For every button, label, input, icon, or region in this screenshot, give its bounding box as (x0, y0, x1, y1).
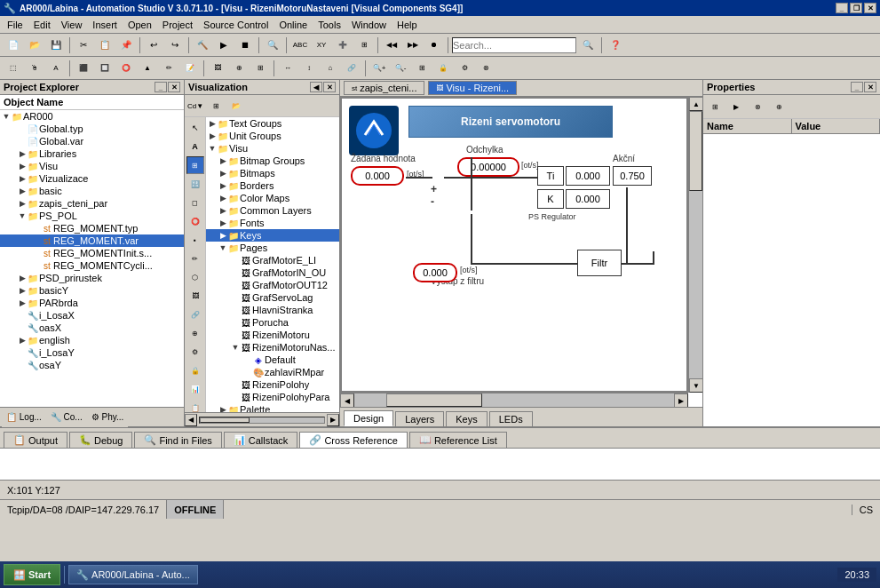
tab-keys[interactable]: Keys (446, 411, 487, 426)
tb2-btn-12[interactable]: ⊞ (250, 59, 270, 78)
viz-scroll-thumb[interactable] (200, 417, 250, 423)
viz-tree-grafmotore[interactable]: 🖼 GrafMotorE_LI (206, 254, 339, 266)
redo-button[interactable]: ↪ (165, 36, 185, 55)
hscroll-thumb[interactable] (386, 393, 482, 407)
viz-tool-10[interactable]: 🖼 (186, 287, 204, 305)
tree-item-vizualizace[interactable]: ▶ 📁 Vizualizace (0, 172, 184, 185)
mdi-tab-visu[interactable]: 🖼 Visu - Rizeni... (428, 81, 517, 95)
viz-tree-grafmotorin[interactable]: 🖼 GrafMotorIN_OU (206, 266, 339, 279)
canvas-inner[interactable]: Rizeni servomotoru Žádaná hodnota 0.000 … (340, 97, 702, 407)
project-explorer-close[interactable]: ✕ (168, 82, 180, 92)
viz-tool-5[interactable]: ◻ (186, 194, 204, 211)
menu-tools[interactable]: Tools (313, 18, 346, 32)
tb2-btn-14[interactable]: ↕ (299, 59, 319, 78)
viz-collapse[interactable]: ◀ (310, 82, 322, 92)
viz-scroll-left[interactable]: ◀ (185, 414, 197, 426)
viz-tree-borders[interactable]: ▶ 📁 Borders (206, 179, 339, 192)
tab-callstack[interactable]: 📊 Callstack (224, 432, 298, 448)
tb2-btn-2[interactable]: 🖱 (25, 59, 44, 78)
close-button[interactable]: ✕ (864, 3, 876, 13)
tree-item-zapis[interactable]: ▶ 📁 zapis_cteni_par (0, 197, 184, 210)
tree-item-parbrda[interactable]: ▶ 📁 PARbrda (0, 297, 184, 309)
expand-ar000[interactable]: ▼ (2, 112, 11, 121)
viz-tool-12[interactable]: ⊕ (186, 324, 204, 342)
input-ti[interactable]: 0.000 (566, 166, 610, 186)
taskbar-item-app[interactable]: 🔧 AR000/Labina - Auto... (68, 565, 198, 584)
viz-scroll-track[interactable] (199, 417, 325, 424)
viz-tree-visu-root[interactable]: ▼ 📁 Visu (206, 142, 339, 155)
viz-tool-7[interactable]: ▪ (186, 231, 204, 249)
viz-btn-1[interactable]: Cd▼ (186, 96, 205, 115)
canvas-hscroll[interactable]: ◀ ▶ (340, 393, 688, 407)
design-canvas[interactable]: Rizeni servomotoru Žádaná hodnota 0.000 … (342, 99, 686, 391)
menu-project[interactable]: Project (157, 18, 198, 32)
viz-btn-3[interactable]: 📂 (226, 96, 246, 115)
tab-cross-reference[interactable]: 🔗 Cross Reference (299, 432, 408, 448)
tb2-btn-1[interactable]: ⬚ (4, 59, 23, 78)
viz-tree-porucha[interactable]: 🖼 Porucha (206, 316, 339, 329)
viz-tree-hlavnistranka[interactable]: 🖼 HlavniStranka (206, 304, 339, 316)
tb2-btn-7[interactable]: ▲ (138, 59, 157, 78)
tree-item-reg-moment-var[interactable]: st REG_MOMENT.var (0, 234, 184, 247)
vscroll-down[interactable]: ▼ (689, 378, 702, 393)
viz-tool-active[interactable]: ⊞ (186, 156, 204, 174)
search-button[interactable]: 🔍 (578, 36, 598, 55)
vscroll-up[interactable]: ▲ (689, 97, 702, 111)
viz-tree-content[interactable]: ▶ 📁 Text Groups ▶ 📁 Unit Groups ▼ 📁 Visu (206, 117, 339, 412)
tb2-btn-15[interactable]: ⌂ (321, 59, 340, 78)
tb2-zoom-out[interactable]: 🔍- (391, 59, 410, 78)
copy-button[interactable]: 📋 (95, 36, 115, 55)
menu-open[interactable]: Open (123, 18, 157, 32)
tab-design[interactable]: Design (344, 410, 393, 426)
input-zadana[interactable]: 0.000 (351, 166, 404, 186)
tree-item-global-typ[interactable]: 📄 Global.typ (0, 123, 184, 135)
viz-tree-rizenipolohy[interactable]: 🖼 RizeniPolohy (206, 378, 339, 391)
tree-item-reg-moment-typ[interactable]: st REG_MOMENT.typ (0, 222, 184, 234)
co-button[interactable]: 🔧 Co... (46, 408, 87, 427)
tree-item-english[interactable]: ▶ 📁 english (0, 334, 184, 346)
props-btn-2[interactable]: ▶ (726, 97, 746, 116)
viz-tree-bitmap-groups[interactable]: ▶ 📁 Bitmap Groups (206, 155, 339, 167)
new-button[interactable]: 📄 (4, 36, 23, 55)
viz-tool-cursor[interactable]: ↖ (186, 119, 204, 137)
tree-item-reg-moment-cyc[interactable]: st REG_MOMENTCycli... (0, 259, 184, 272)
tree-item-losay[interactable]: 🔧 i_LosaY (0, 346, 184, 359)
menu-insert[interactable]: Insert (87, 18, 123, 32)
tb2-btn-3[interactable]: A (46, 59, 66, 78)
props-close[interactable]: ✕ (864, 82, 876, 92)
find-button[interactable]: 🔍 (263, 36, 282, 55)
tab-leds[interactable]: LEDs (489, 411, 533, 426)
tb-btn-11[interactable]: ▶▶ (403, 36, 423, 55)
save-button[interactable]: 💾 (46, 36, 66, 55)
tb2-btn-9[interactable]: 📝 (180, 59, 200, 78)
tb2-btn-6[interactable]: ⭕ (116, 59, 136, 78)
viz-tree-keys[interactable]: ▶ 📁 Keys (206, 229, 339, 242)
tree-item-ps-pol[interactable]: ▼ 📁 PS_POL (0, 210, 184, 222)
tb2-lock[interactable]: 🔒 (433, 59, 453, 78)
viz-tree-zahlavirmpar[interactable]: 🎨 zahlaviRMpar (206, 366, 339, 378)
tb2-btn-8[interactable]: ✏ (159, 59, 178, 78)
menu-help[interactable]: Help (392, 18, 423, 32)
mdi-tab-zapis[interactable]: st zapis_cteni... (344, 81, 424, 95)
menu-view[interactable]: View (56, 18, 88, 32)
viz-tool-8[interactable]: ✏ (186, 250, 204, 267)
hscroll-left[interactable]: ◀ (340, 393, 354, 407)
viz-tree[interactable]: ↖ A ⊞ 🔠 ◻ ⭕ ▪ ✏ ⬡ 🖼 🔗 ⊕ ⚙ 🔒 📊 📋 🔁 (185, 117, 339, 412)
viz-tool-9[interactable]: ⬡ (186, 268, 204, 286)
tab-layers[interactable]: Layers (395, 411, 444, 426)
tb2-btn-18[interactable]: ⊗ (476, 59, 495, 78)
input-filtr-output[interactable]: 0.000 (413, 263, 457, 282)
tree-item-osay[interactable]: 🔧 osaY (0, 359, 184, 371)
project-tree[interactable]: ▼ 📁 AR000 📄 Global.typ 📄 Global.var ▶ 📁 … (0, 110, 184, 407)
start-button[interactable]: 🪟 Start (4, 564, 60, 585)
log-button[interactable]: 📋 Log... (2, 408, 46, 427)
restore-button[interactable]: ❐ (850, 3, 862, 13)
phy-button[interactable]: ⚙ Phy... (87, 408, 129, 427)
tab-output[interactable]: 📋 Output (4, 432, 67, 448)
menu-window[interactable]: Window (346, 18, 392, 32)
viz-tree-palette[interactable]: ▶ 📁 Palette (206, 403, 339, 412)
viz-tool-a[interactable]: A (186, 138, 204, 155)
minimize-button[interactable]: _ (836, 3, 848, 13)
run-button[interactable]: ▶ (214, 36, 234, 55)
stop-button[interactable]: ⏹ (235, 36, 255, 55)
